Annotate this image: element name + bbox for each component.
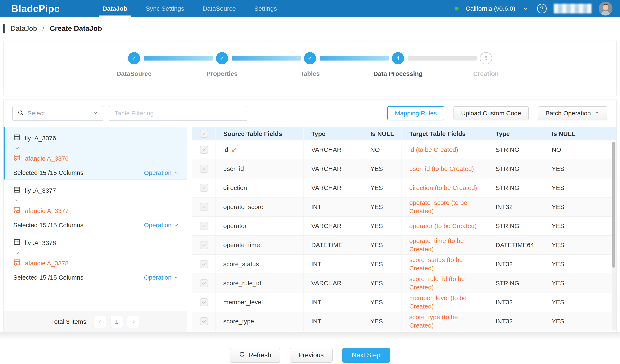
table-header-row: Source Table Fields Type Is NULL Target … — [192, 127, 617, 140]
row-checkbox[interactable] — [200, 184, 208, 192]
table-row: user_id VARCHAR YES user_id (to be Creat… — [192, 159, 617, 179]
table-row-partial — [192, 331, 617, 332]
region-chevron-down-icon[interactable] — [522, 6, 528, 12]
mapping-chevron-down-icon[interactable] — [15, 250, 179, 257]
operation-dropdown[interactable]: Operation — [144, 274, 179, 281]
mapping-select-dropdown[interactable]: Select — [12, 106, 103, 121]
page-title: Create DataJob — [50, 24, 102, 32]
row-checkbox[interactable] — [200, 298, 208, 306]
nav-item-datajob[interactable]: DataJob — [93, 0, 136, 17]
table-row: score_type INT YES score_type (to be Cre… — [192, 312, 617, 331]
col-header: Type — [488, 127, 544, 140]
search-icon — [17, 109, 24, 117]
row-checkbox[interactable] — [200, 165, 208, 173]
username-redacted — [554, 4, 591, 13]
batch-operation-button[interactable]: Batch Operation — [538, 106, 607, 121]
row-checkbox[interactable] — [200, 317, 208, 325]
data-processing-panel: Select Mapping Rules Upload Custom Code … — [3, 99, 617, 332]
row-checkbox[interactable] — [200, 241, 208, 249]
table-row: score_status INT YES score_status (to be… — [192, 255, 617, 274]
table-row: score_rule_id VARCHAR YES score_rule_id … — [192, 274, 617, 293]
table-row: member_level INT YES member_level (to be… — [192, 293, 617, 312]
row-checkbox[interactable] — [200, 222, 208, 230]
target-table-create-icon — [13, 206, 21, 215]
col-header: Is NULL — [363, 127, 402, 140]
mapping-chevron-down-icon[interactable] — [15, 198, 179, 204]
table-filtering-input[interactable] — [109, 106, 247, 121]
pagination-page-1[interactable]: 1 — [111, 316, 123, 328]
source-table-icon — [13, 134, 21, 143]
source-table-icon — [13, 186, 21, 195]
step-number: 5 — [480, 52, 492, 64]
select-all-checkbox[interactable] — [200, 130, 208, 138]
breadcrumb-accent-bar — [3, 24, 5, 33]
target-table-name: afanqie A_3378 — [25, 260, 69, 267]
row-checkbox[interactable] — [200, 203, 208, 211]
step-connector — [232, 56, 301, 61]
col-header: Source Table Fields — [216, 127, 304, 140]
primary-key-icon — [231, 147, 237, 153]
source-table-icon — [13, 238, 21, 247]
table-row: direction VARCHAR YES direction (to be C… — [192, 179, 617, 197]
pagination-next-button[interactable] — [127, 316, 140, 328]
cluster-status-dot — [455, 7, 459, 11]
help-icon[interactable]: ? — [537, 4, 547, 13]
step-datasource: ✓ DataSource — [90, 52, 178, 77]
col-header: Type — [304, 127, 363, 140]
scrollbar-thumb[interactable] — [612, 142, 615, 268]
step-number: 4 — [392, 52, 404, 64]
col-header: Target Table Fields — [402, 127, 488, 140]
source-table-name: lly .A_3378 — [25, 239, 56, 246]
field-mapping-table: Source Table Fields Type Is NULL Target … — [192, 127, 617, 332]
breadcrumb: DataJob / Create DataJob — [0, 17, 620, 39]
target-table-name: afanqie A_3377 — [25, 207, 69, 214]
previous-button[interactable]: Previous — [290, 348, 333, 363]
col-header: Is NULL — [544, 127, 617, 140]
target-table-create-icon — [13, 154, 21, 163]
wizard-footer: Refresh Previous Next Step — [0, 339, 620, 363]
vertical-scrollbar — [612, 142, 616, 330]
active-tab-underline — [99, 15, 131, 17]
refresh-button[interactable]: Refresh — [230, 348, 280, 363]
mapping-chevron-down-icon[interactable] — [15, 146, 179, 152]
step-check-icon: ✓ — [128, 52, 140, 64]
step-connector — [144, 56, 213, 61]
table-row: id VARCHAR NO id (to be Created) STRING … — [192, 140, 617, 159]
table-mapping-list: lly .A_3376 afanqie A_3376 Selected 15 /… — [3, 127, 187, 332]
table-mapping-item[interactable]: lly .A_3378 afanqie A_3378 Selected 15 /… — [3, 232, 187, 284]
breadcrumb-parent[interactable]: DataJob — [11, 24, 37, 32]
row-checkbox[interactable] — [200, 279, 208, 287]
table-mapping-item[interactable]: lly .A_3377 afanqie A_3377 Selected 15 /… — [3, 180, 187, 232]
card-bottom-shadow — [0, 332, 620, 339]
nav-item-datasource[interactable]: DataSource — [193, 0, 245, 17]
region-version-label[interactable]: California (v0.6.0) — [466, 5, 515, 12]
operation-dropdown[interactable]: Operation — [144, 222, 179, 229]
source-table-name: lly .A_3377 — [25, 187, 56, 194]
total-items-label: Total 3 items — [51, 318, 86, 325]
upload-custom-code-button[interactable]: Upload Custom Code — [453, 106, 529, 121]
step-connector — [320, 56, 389, 61]
next-step-button[interactable]: Next Step — [342, 348, 390, 363]
pagination-prev-button[interactable] — [94, 316, 106, 328]
operation-dropdown[interactable]: Operation — [144, 169, 179, 176]
brand-logo[interactable]: BladePipe — [11, 3, 60, 14]
breadcrumb-separator: / — [43, 25, 44, 32]
selected-columns-label: Selected 15 /15 Columns — [13, 274, 83, 281]
select-chevron-down-icon — [92, 110, 98, 117]
select-placeholder: Select — [28, 110, 89, 117]
step-connector — [408, 56, 477, 61]
user-avatar[interactable] — [599, 2, 612, 15]
table-row: operate_time DATETIME YES operate_time (… — [192, 236, 617, 255]
wizard-stepper-card: ✓ DataSource ✓ Properties ✓ Tables 4 Dat… — [3, 40, 617, 96]
mapping-rules-button[interactable]: Mapping Rules — [387, 106, 444, 121]
target-table-create-icon — [13, 259, 21, 268]
row-checkbox[interactable] — [200, 146, 208, 154]
nav-item-settings[interactable]: Settings — [245, 0, 286, 17]
main-nav: DataJob Sync Settings DataSource Setting… — [93, 0, 286, 17]
table-mapping-item[interactable]: lly .A_3376 afanqie A_3376 Selected 15 /… — [3, 127, 187, 180]
row-checkbox[interactable] — [200, 260, 208, 268]
toolbar: Select Mapping Rules Upload Custom Code … — [3, 99, 617, 127]
selected-columns-label: Selected 15 /15 Columns — [13, 222, 83, 229]
step-check-icon: ✓ — [304, 52, 316, 64]
nav-item-sync-settings[interactable]: Sync Settings — [137, 0, 193, 17]
